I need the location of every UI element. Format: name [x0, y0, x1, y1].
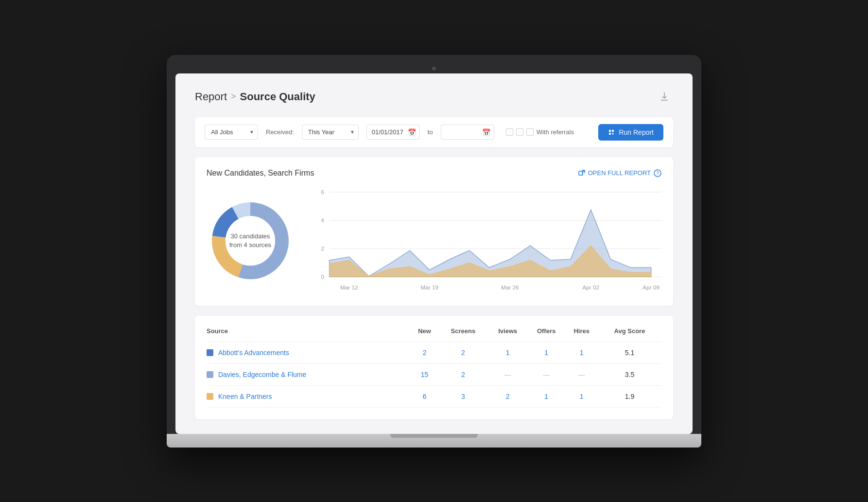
referrals-wrapper: With referrals — [506, 128, 574, 136]
area-chart: 6 4 2 0 Mar 12 — [309, 187, 661, 294]
col-screens: Screens — [438, 327, 488, 342]
dash-value: — — [504, 371, 511, 378]
svg-text:Mar 26: Mar 26 — [501, 285, 519, 290]
table-section: Source New Screens Iviews Offers Hires A… — [195, 316, 673, 419]
cell-screens: 3 — [438, 385, 488, 407]
donut-label: 30 candidates from 4 sources — [229, 232, 271, 249]
section-title: New Candidates, Search Firms — [207, 169, 314, 178]
cell-avg-score: 1.9 — [598, 385, 661, 407]
cell-offers: 1 — [527, 385, 566, 407]
source-color-indicator — [207, 371, 213, 378]
cell-new: 6 — [411, 385, 438, 407]
donut-chart: 30 candidates from 4 sources — [207, 197, 294, 285]
breadcrumb: Report > Source Quality — [195, 90, 315, 103]
cell-hires: — — [565, 363, 598, 385]
date-from-input[interactable] — [366, 125, 420, 140]
cell-iviews: — — [488, 363, 527, 385]
date-from-wrapper: 📅 — [366, 125, 420, 140]
source-name[interactable]: Kneen & Partners — [218, 393, 272, 400]
table-row: Abbott's Advancements 221115.1 — [207, 341, 661, 363]
donut-line1: 30 candidates — [229, 232, 271, 240]
source-cell: Abbott's Advancements — [207, 341, 411, 363]
numeric-link[interactable]: 1 — [544, 393, 548, 400]
cell-new: 2 — [411, 341, 438, 363]
received-label: Received: — [266, 128, 294, 136]
svg-text:0: 0 — [321, 274, 324, 280]
numeric-link[interactable]: 2 — [423, 349, 427, 357]
source-cell: Davies, Edgecombe & Flume — [207, 363, 411, 385]
page-header: Report > Source Quality — [195, 88, 673, 106]
source-cell: Kneen & Partners — [207, 385, 411, 407]
numeric-link[interactable]: 2 — [506, 393, 510, 400]
period-select[interactable]: This Year Last Month Last Quarter — [302, 125, 359, 140]
svg-text:Apr 02: Apr 02 — [583, 285, 600, 290]
col-offers: Offers — [527, 327, 566, 342]
breadcrumb-current: Source Quality — [240, 90, 315, 103]
referral-checkbox-2[interactable] — [516, 128, 523, 136]
referral-checkbox-3[interactable] — [526, 128, 534, 136]
cell-screens: 2 — [438, 363, 488, 385]
col-hires: Hires — [565, 327, 598, 342]
svg-text:2: 2 — [321, 246, 324, 251]
cell-hires: 1 — [565, 341, 598, 363]
dash-value: — — [578, 371, 585, 378]
svg-text:?: ? — [656, 171, 659, 176]
date-to-wrapper: 📅 — [441, 125, 494, 140]
numeric-link[interactable]: 15 — [421, 371, 429, 378]
cell-offers: 1 — [527, 341, 566, 363]
svg-text:6: 6 — [321, 189, 324, 195]
cell-new: 15 — [411, 363, 438, 385]
numeric-link[interactable]: 3 — [461, 393, 465, 400]
open-full-report-label: OPEN FULL REPORT — [588, 169, 651, 177]
cell-hires: 1 — [565, 385, 598, 407]
cell-iviews: 2 — [488, 385, 527, 407]
numeric-link[interactable]: 2 — [461, 371, 465, 378]
col-iviews: Iviews — [488, 327, 527, 342]
download-button[interactable] — [656, 88, 673, 106]
chart-content: 30 candidates from 4 sources — [207, 187, 661, 294]
dash-value: — — [543, 371, 550, 378]
run-report-icon — [608, 129, 615, 136]
section-header: New Candidates, Search Firms OPEN FULL R… — [207, 169, 661, 178]
col-new: New — [411, 327, 438, 342]
cell-iviews: 1 — [488, 341, 527, 363]
table-row: Kneen & Partners 632111.9 — [207, 385, 661, 407]
numeric-link[interactable]: 6 — [423, 393, 427, 400]
referrals-label: With referrals — [537, 128, 574, 136]
source-name[interactable]: Abbott's Advancements — [218, 349, 289, 357]
cell-avg-score: 3.5 — [598, 363, 661, 385]
numeric-link[interactable]: 2 — [461, 349, 465, 357]
svg-text:Mar 19: Mar 19 — [421, 285, 438, 290]
numeric-link[interactable]: 1 — [580, 349, 584, 357]
breadcrumb-root: Report — [195, 90, 227, 103]
run-report-label: Run Report — [619, 128, 654, 136]
col-source: Source — [207, 327, 411, 342]
svg-text:4: 4 — [321, 217, 324, 223]
external-link-icon — [578, 170, 585, 177]
open-full-report-link[interactable]: OPEN FULL REPORT ? — [578, 169, 661, 177]
numeric-link[interactable]: 1 — [544, 349, 548, 357]
jobs-select[interactable]: All Jobs — [205, 125, 258, 140]
chart-section: New Candidates, Search Firms OPEN FULL R… — [195, 157, 673, 306]
cell-avg-score: 5.1 — [598, 341, 661, 363]
numeric-link[interactable]: 1 — [506, 349, 510, 357]
referral-checkbox-1[interactable] — [506, 128, 513, 136]
period-select-wrapper: This Year Last Month Last Quarter ▼ — [302, 125, 359, 140]
date-to-input[interactable] — [441, 125, 494, 140]
donut-line2: from 4 sources — [229, 241, 271, 250]
data-table: Source New Screens Iviews Offers Hires A… — [207, 327, 661, 408]
table-row: Davies, Edgecombe & Flume 152———3.5 — [207, 363, 661, 385]
help-icon: ? — [654, 169, 661, 177]
breadcrumb-separator: > — [231, 91, 236, 102]
svg-text:Apr 09: Apr 09 — [642, 285, 660, 290]
table-header-row: Source New Screens Iviews Offers Hires A… — [207, 327, 661, 342]
source-color-indicator — [207, 349, 213, 356]
col-avg-score: Avg Score — [598, 327, 661, 342]
run-report-button[interactable]: Run Report — [598, 124, 663, 141]
source-name[interactable]: Davies, Edgecombe & Flume — [218, 371, 306, 378]
to-label: to — [428, 128, 433, 136]
cell-offers: — — [527, 363, 566, 385]
jobs-select-wrapper: All Jobs ▼ — [205, 125, 258, 140]
numeric-link[interactable]: 1 — [580, 393, 584, 400]
svg-text:Mar 12: Mar 12 — [340, 285, 358, 290]
